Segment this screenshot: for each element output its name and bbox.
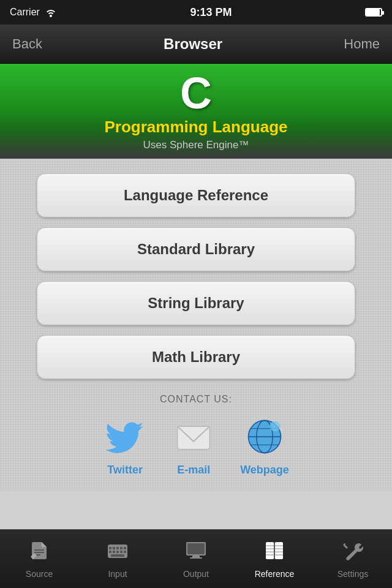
math-library-button[interactable]: Math Library — [37, 335, 355, 379]
svg-rect-15 — [124, 547, 126, 549]
reference-icon — [263, 540, 285, 565]
webpage-label: Webpage — [240, 464, 289, 477]
svg-rect-16 — [109, 551, 111, 553]
twitter-icon — [104, 416, 146, 458]
svg-rect-20 — [124, 551, 126, 553]
back-button[interactable]: Back — [12, 36, 42, 52]
language-name: Programming Language — [104, 118, 287, 137]
svg-rect-11 — [109, 547, 111, 549]
status-right — [365, 8, 382, 17]
engine-label: Uses Sphere Engine™ — [143, 139, 249, 151]
wifi-icon — [45, 7, 57, 17]
settings-icon — [342, 540, 364, 565]
tab-reference-label: Reference — [255, 569, 295, 579]
svg-rect-13 — [116, 547, 119, 549]
tab-source-label: Source — [26, 569, 53, 579]
email-icon — [173, 416, 214, 458]
carrier-label: Carrier — [10, 7, 40, 18]
svg-rect-24 — [192, 556, 200, 557]
status-left: Carrier — [10, 7, 57, 18]
output-icon — [185, 540, 207, 565]
svg-rect-19 — [120, 551, 123, 553]
tab-input-label: Input — [108, 569, 127, 579]
contact-label: CONTACT US: — [160, 394, 232, 405]
status-bar: Carrier 9:13 PM — [0, 0, 392, 24]
source-icon — [28, 540, 50, 565]
nav-bar: Back Browser Home — [0, 24, 392, 64]
string-library-button[interactable]: String Library — [37, 281, 355, 325]
twitter-contact[interactable]: Twitter — [103, 415, 147, 477]
svg-rect-26 — [266, 542, 274, 559]
battery-icon — [365, 8, 382, 17]
email-icon-wrapper — [172, 415, 216, 459]
tab-settings-label: Settings — [337, 569, 369, 579]
home-button[interactable]: Home — [344, 36, 380, 52]
svg-rect-21 — [111, 554, 124, 557]
tab-reference[interactable]: Reference — [235, 530, 314, 588]
status-time: 9:13 PM — [190, 6, 232, 19]
twitter-icon-wrapper — [103, 415, 147, 459]
webpage-contact[interactable]: Webpage — [240, 415, 289, 477]
tab-bar: Source Input — [0, 529, 392, 588]
input-icon — [107, 540, 129, 565]
webpage-icon — [244, 416, 285, 458]
page-wrapper: Carrier 9:13 PM Back Browser Home C Prog… — [0, 0, 392, 588]
contact-icons: Twitter E-mail — [37, 415, 355, 477]
svg-rect-18 — [116, 551, 119, 553]
twitter-label: Twitter — [107, 464, 143, 477]
svg-rect-17 — [113, 551, 115, 553]
svg-rect-14 — [120, 547, 123, 549]
language-letter: C — [180, 71, 212, 115]
tab-input[interactable]: Input — [78, 530, 157, 588]
tab-settings[interactable]: Settings — [314, 530, 392, 588]
nav-title: Browser — [164, 36, 222, 53]
email-label: E-mail — [177, 464, 210, 477]
svg-point-6 — [270, 421, 281, 432]
language-reference-button[interactable]: Language Reference — [37, 173, 355, 217]
tab-output-label: Output — [183, 569, 209, 579]
main-content: Language Reference Standard Library Stri… — [0, 159, 392, 491]
svg-rect-27 — [275, 542, 283, 559]
header-banner: C Programming Language Uses Sphere Engin… — [0, 64, 392, 159]
email-contact[interactable]: E-mail — [172, 415, 216, 477]
contact-section: CONTACT US: Twitter — [37, 389, 355, 477]
svg-rect-12 — [113, 547, 115, 549]
standard-library-button[interactable]: Standard Library — [37, 227, 355, 271]
webpage-icon-wrapper — [243, 415, 287, 459]
svg-rect-23 — [187, 543, 205, 554]
svg-rect-25 — [190, 557, 202, 559]
tab-source[interactable]: Source — [0, 530, 78, 588]
tab-output[interactable]: Output — [157, 530, 235, 588]
svg-rect-0 — [178, 426, 210, 450]
